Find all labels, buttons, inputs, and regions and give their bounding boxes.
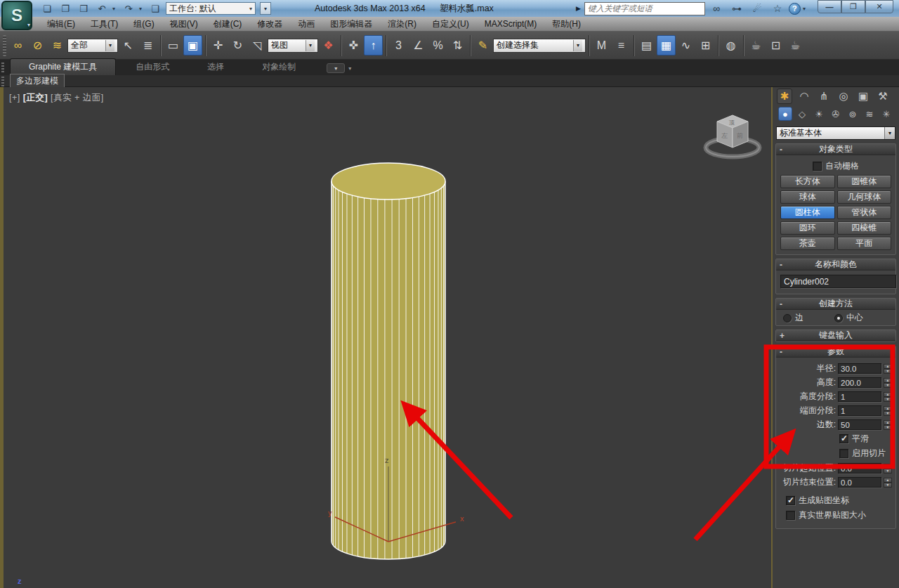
slice-from-field[interactable] [838, 463, 881, 473]
category-shapes[interactable]: ◇ [795, 107, 809, 121]
spinner-down-icon[interactable]: ▾ [884, 383, 892, 388]
select-and-link-button[interactable]: ∞ [8, 35, 27, 55]
smooth-checkbox[interactable] [839, 434, 848, 443]
spinner-down-icon[interactable]: ▾ [884, 483, 892, 488]
spinner-up-icon[interactable]: ▴ [884, 478, 892, 483]
curve-editor-button[interactable]: ∿ [676, 35, 695, 55]
menu-customize[interactable]: 自定义(U) [424, 17, 477, 32]
category-systems[interactable]: ✳ [879, 107, 893, 121]
select-and-move-button[interactable]: ✛ [209, 35, 228, 55]
rollout-creation-method-header[interactable]: - 创建方法 [776, 299, 895, 310]
align-button[interactable]: ≡ [612, 35, 631, 55]
tab-display[interactable]: ▣ [855, 89, 871, 104]
favorites-button[interactable]: ☆ [768, 1, 787, 15]
polygon-modeling-panel-tab[interactable]: 多边形建模 [10, 74, 65, 89]
sides-spinner[interactable]: ▴▾ [884, 420, 892, 430]
radio-center[interactable]: 中心 [834, 312, 863, 324]
search-input[interactable] [584, 2, 705, 15]
communication-center-button[interactable]: ☄ [748, 1, 766, 15]
subscription-button[interactable]: ⊶ [728, 1, 746, 15]
material-editor-button[interactable]: ◍ [721, 35, 740, 55]
tab-utilities[interactable]: ⚒ [875, 89, 891, 104]
menu-help[interactable]: 帮助(H) [544, 17, 589, 32]
help-button[interactable]: ? [789, 3, 801, 15]
project-folder-button[interactable]: ❑ [147, 1, 163, 15]
layer-manager-button[interactable]: ▤ [637, 35, 656, 55]
redo-button[interactable]: ↷ [121, 1, 136, 15]
unlink-selection-button[interactable]: ⊘ [28, 35, 47, 55]
undo-dropdown-caret[interactable]: ▾ [112, 6, 118, 12]
rollout-object-type-header[interactable]: - 对象类型 [776, 144, 895, 155]
height-spinner[interactable]: ▴▾ [884, 378, 892, 388]
render-setup-button[interactable]: ☕ [747, 35, 766, 55]
real-world-map-size-checkbox[interactable] [786, 511, 795, 520]
select-by-name-button[interactable]: ≣ [138, 35, 157, 55]
menu-modifiers[interactable]: 修改器 [249, 17, 290, 32]
use-pivot-point-button[interactable]: ❖ [319, 35, 338, 55]
select-and-scale-button[interactable]: ◹ [248, 35, 267, 55]
button-cylinder[interactable]: 圆柱体 [780, 206, 835, 219]
tab-create[interactable]: ✱ [777, 89, 792, 104]
slice-from-spinner[interactable]: ▴▾ [884, 464, 892, 473]
minimize-button[interactable]: — [818, 0, 841, 13]
close-button[interactable]: ✕ [865, 0, 893, 13]
named-selection-sets-dropdown[interactable]: 创建选择集 ▾ [493, 39, 586, 53]
category-spacewarps[interactable]: ≋ [862, 107, 877, 121]
height-segments-spinner[interactable]: ▴▾ [884, 392, 892, 402]
category-geometry[interactable]: ● [778, 107, 792, 121]
workspace-dropdown[interactable]: 工作台: 默认 ▾ [166, 2, 256, 15]
select-and-manipulate-button[interactable]: ✜ [344, 35, 363, 55]
radius-field[interactable] [838, 363, 881, 374]
menu-edit[interactable]: 编辑(E) [39, 17, 83, 32]
radius-spinner[interactable]: ▴▾ [884, 364, 892, 374]
undo-button[interactable]: ↶ [94, 1, 110, 15]
category-helpers[interactable]: ⊚ [846, 107, 860, 121]
ribbon-grip[interactable] [1, 63, 4, 72]
viewport-menu-pov[interactable]: [正交] [23, 93, 48, 103]
keyboard-shortcut-override-toggle[interactable]: ↑ [364, 35, 383, 55]
open-file-button[interactable]: ❐ [58, 1, 73, 15]
viewport-menu-shading[interactable]: [真实 + 边面] [51, 93, 104, 103]
generate-mapping-coords-checkbox[interactable] [786, 496, 795, 505]
angle-snap-toggle[interactable]: ∠ [409, 35, 428, 55]
ribbon-grip[interactable] [1, 77, 4, 86]
application-button[interactable]: S ▾ [1, 1, 32, 30]
select-object-button[interactable]: ↖ [119, 35, 138, 55]
cap-segments-field[interactable] [838, 405, 881, 416]
ribbon-tab-graphite[interactable]: Graphite 建模工具 [10, 58, 116, 75]
spinner-down-icon[interactable]: ▾ [884, 369, 892, 374]
spinner-up-icon[interactable]: ▴ [884, 364, 892, 369]
tab-hierarchy[interactable]: ⋔ [816, 89, 832, 104]
selection-filter-dropdown[interactable]: 全部 ▾ [67, 39, 118, 53]
workspace-extra-dropdown[interactable]: ▾ [260, 2, 271, 15]
category-lights[interactable]: ☀ [812, 107, 826, 121]
height-field[interactable] [838, 377, 881, 388]
window-crossing-toggle[interactable]: ▣ [183, 35, 202, 55]
viewcube-front-face[interactable]: 前 [737, 132, 743, 139]
viewcube-left-face[interactable]: 左 [721, 132, 728, 139]
menu-views[interactable]: 视图(V) [162, 17, 206, 32]
snaps-toggle-button[interactable]: 3 [389, 35, 408, 55]
tab-modify[interactable]: ◠ [796, 89, 812, 104]
ribbon-minimize-button[interactable]: ▾ [327, 63, 345, 73]
restore-button[interactable]: ❐ [841, 0, 865, 13]
save-file-button[interactable]: ❒ [76, 1, 91, 15]
infocenter-collapse-icon[interactable]: ▶ [576, 5, 581, 12]
tab-motion[interactable]: ◎ [836, 89, 851, 104]
viewcube[interactable]: 顶 左 前 [706, 115, 759, 157]
toolbar-grip[interactable] [3, 35, 6, 56]
enable-slice-checkbox[interactable] [839, 449, 848, 458]
menu-graph-editors[interactable]: 图形编辑器 [322, 17, 380, 32]
viewcube-top-face[interactable]: 顶 [728, 119, 735, 126]
button-plane[interactable]: 平面 [837, 237, 892, 250]
menu-group[interactable]: 组(G) [126, 17, 162, 32]
button-box[interactable]: 长方体 [780, 175, 835, 188]
graphite-ribbon-toggle[interactable]: ▦ [657, 35, 676, 55]
ribbon-tab-freeform[interactable]: 自由形式 [117, 59, 188, 75]
spinner-up-icon[interactable]: ▴ [884, 392, 892, 397]
autogrid-checkbox[interactable] [813, 162, 822, 171]
render-production-button[interactable]: ☕ [786, 35, 805, 55]
mirror-button[interactable]: M [592, 35, 611, 55]
rectangular-selection-region-button[interactable]: ▭ [164, 35, 183, 55]
spinner-down-icon[interactable]: ▾ [884, 425, 892, 430]
